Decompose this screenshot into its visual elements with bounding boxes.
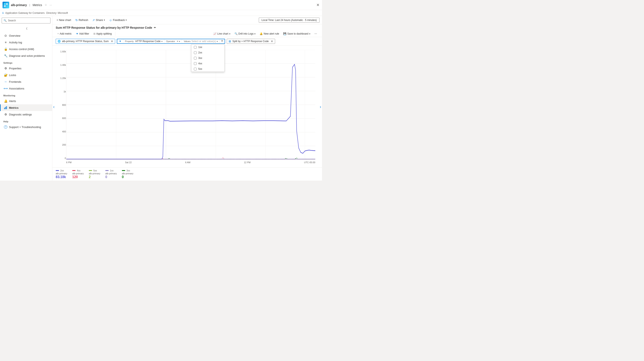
chart-nav-left[interactable]: ‹ (52, 103, 56, 110)
save-dashboard-label: Save to dashboard (287, 32, 308, 35)
remove-metric-button[interactable]: ✕ (111, 40, 113, 43)
svg-rect-3 (6, 5, 8, 7)
iam-icon: 🔒 (4, 47, 7, 51)
close-button[interactable]: ✕ (316, 3, 320, 7)
legend-value-1xx: 0 (105, 175, 117, 179)
chart-title-row: Sum HTTP Response Status for alb-primary… (56, 26, 319, 29)
sidebar-collapse-button[interactable]: 《 (0, 25, 52, 32)
legend-item-3xx: 3xx alb-primary 0 (122, 169, 133, 179)
legend-value-4xx: 120 (72, 175, 84, 179)
sidebar-item-activity-log[interactable]: ≡ Activity log (0, 39, 52, 46)
sidebar-item-properties[interactable]: ⚙ Properties (0, 65, 52, 72)
share-label: Share (96, 19, 103, 22)
sidebar-item-diagnose[interactable]: 🔧 Diagnose and solve problems (0, 52, 52, 59)
checkbox-5xx[interactable] (194, 68, 196, 70)
feedback-button[interactable]: ☺ Feedback ▾ (108, 18, 128, 23)
directory-label: Directory: Microsoft (46, 12, 68, 15)
legend-code-5xx: 5xx (94, 169, 97, 172)
dropdown-item-3xx[interactable]: 3xx (191, 55, 224, 61)
metric-pill-label: alb-primary, HTTP Response Status, Sum (62, 40, 109, 43)
sidebar-item-label: Diagnose and solve problems (9, 54, 45, 57)
edit-title-icon[interactable]: ✏ (154, 26, 156, 29)
property-selector[interactable]: Property HTTP Response Code ▾ (123, 39, 164, 43)
share-button[interactable]: ↗ Share ▾ (91, 18, 106, 23)
add-metric-button[interactable]: + Add metric (56, 32, 73, 36)
y-label-4: 800 (62, 104, 66, 106)
remove-split-button[interactable]: ✕ (271, 40, 273, 43)
line-chart-button[interactable]: 📈 Line chart ▾ (212, 32, 232, 36)
y-label-8: 0 (65, 157, 66, 159)
main-layout: 🔍 Search 《 ⊙ Overview ≡ Activity log 🔒 A… (0, 16, 322, 181)
values-dropdown-popup: 1xx 2xx 3xx 4xx (191, 44, 225, 72)
search-box[interactable]: 🔍 Search (2, 18, 50, 24)
legend-sub-3xx: alb-primary (122, 172, 133, 175)
split-pill[interactable]: ⊞ Split by = HTTP Response Code ✕ (227, 39, 275, 44)
apply-splitting-label: Apply splitting (96, 32, 112, 35)
legend-code-2xx: 2xx (60, 169, 64, 172)
legend-label-4xx: 4xx (72, 169, 84, 172)
chart-svg (66, 50, 315, 160)
sidebar-item-label: Properties (9, 67, 21, 70)
operator-selector[interactable]: Operator = ▾ (164, 39, 182, 43)
checkbox-1xx[interactable] (194, 46, 196, 49)
drill-logs-button[interactable]: 🔍 Drill into Logs ▾ (233, 32, 257, 36)
metric-resource-icon: 🌐 (58, 40, 61, 43)
favorite-icon[interactable]: ☆ (44, 3, 47, 7)
legend-code-3xx: 3xx (126, 169, 130, 172)
line-chart-label: Line chart (217, 32, 228, 35)
new-alert-rule-button[interactable]: 🔔 New alert rule (258, 32, 281, 36)
new-chart-button[interactable]: + New chart (55, 18, 73, 23)
title-bar-left: alb-primary | Metrics ☆ ··· (2, 2, 52, 8)
content-area: + New chart ↻ Refresh ↗ Share ▾ ☺ Feedba… (52, 16, 322, 181)
dropdown-item-5xx[interactable]: 5xx (191, 66, 224, 72)
checkbox-2xx[interactable] (194, 51, 196, 54)
legend-color-3xx (122, 170, 125, 171)
checkbox-3xx[interactable] (194, 57, 196, 60)
chart-header: Sum HTTP Response Status for alb-primary… (52, 24, 322, 37)
values-label: Values (184, 40, 190, 43)
sidebar-item-iam[interactable]: 🔒 Access control (IAM) (0, 46, 52, 52)
sidebar-item-associations[interactable]: ⟺ Associations (0, 85, 52, 92)
save-dashboard-button[interactable]: 💾 Save to dashboard ▾ (282, 32, 312, 36)
legend-color-2xx (56, 170, 59, 171)
svg-rect-6 (6, 106, 7, 109)
settings-section-title: Settings (0, 59, 52, 65)
remove-filter-button[interactable]: ✕ (221, 39, 224, 43)
metric-pill[interactable]: 🌐 alb-primary, HTTP Response Status, Sum… (56, 39, 115, 44)
add-filter-button[interactable]: ▼ Add filter (74, 32, 91, 36)
time-range-button[interactable]: Local Time: Last 24 hours (Automatic · 5… (259, 18, 320, 23)
feedback-chevron-icon: ▾ (126, 19, 127, 21)
apply-splitting-button[interactable]: ⊞ Apply splitting (92, 32, 114, 36)
sidebar-item-metrics[interactable]: Metrics (0, 104, 52, 111)
values-selector[interactable]: Values Select or add value(s) ▾ (182, 39, 220, 43)
feedback-icon: ☺ (109, 19, 112, 22)
checkbox-4xx[interactable] (194, 62, 196, 65)
dropdown-item-1xx[interactable]: 1xx (191, 45, 224, 50)
sidebar-item-diagnostic[interactable]: ⚙ Diagnostic settings (0, 111, 52, 118)
chart-toolbar: + Add metric ▼ Add filter ⊞ Apply splitt… (56, 31, 319, 37)
add-filter-label: Add filter (79, 32, 89, 35)
more-options-button[interactable]: ⋯ (313, 32, 319, 36)
sidebar-item-overview[interactable]: ⊙ Overview (0, 32, 52, 39)
refresh-button[interactable]: ↻ Refresh (74, 18, 90, 23)
sidebar-item-frontends[interactable]: ↔ Frontends (0, 78, 52, 85)
dropdown-item-4xx[interactable]: 4xx (191, 61, 224, 66)
values-placeholder: Select or add value(s) (191, 40, 216, 43)
chart-nav-right[interactable]: › (319, 103, 322, 110)
search-icon: 🔍 (4, 19, 7, 22)
sidebar-item-alerts[interactable]: 🔔 Alerts (0, 98, 52, 104)
x-label-3: 6 AM (185, 161, 190, 164)
more-options-icon[interactable]: ··· (50, 3, 52, 7)
line-chart-icon: 📈 (213, 32, 216, 35)
chevron-left-icon: 《 (25, 27, 28, 31)
frontends-icon: ↔ (4, 80, 7, 83)
sidebar-item-label: Diagnostic settings (9, 113, 32, 116)
sidebar: 🔍 Search 《 ⊙ Overview ≡ Activity log 🔒 A… (0, 16, 52, 181)
sidebar-item-support[interactable]: ? Support + Troubleshooting (0, 124, 52, 130)
sidebar-item-locks[interactable]: 🔐 Locks (0, 72, 52, 78)
svg-rect-5 (5, 107, 6, 109)
line-chart-chevron: ▾ (229, 33, 230, 35)
dropdown-item-2xx[interactable]: 2xx (191, 50, 224, 55)
y-label-1: 1.40k (60, 64, 66, 66)
search-input-placeholder[interactable]: Search (8, 19, 16, 22)
